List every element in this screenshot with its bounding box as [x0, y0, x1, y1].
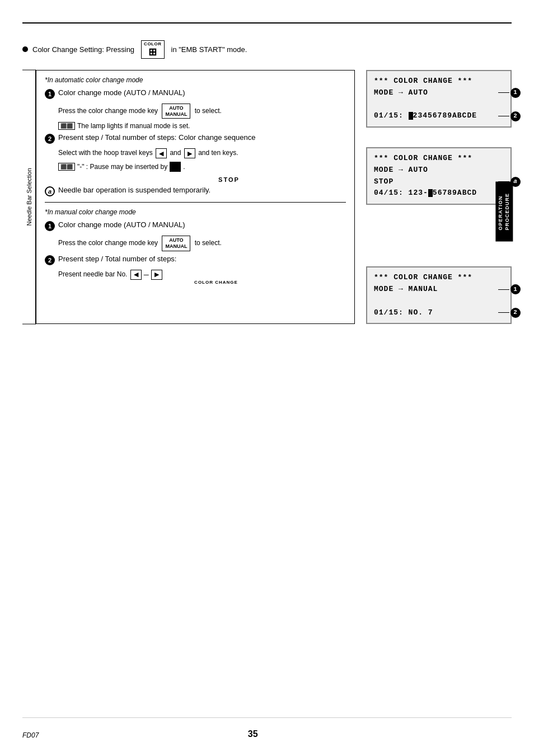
manual-step-2-sub: Present needle bar No. ◀ — ▶ COLOR CHANG…: [58, 270, 346, 285]
cc-left-arrow: ◀: [130, 270, 142, 280]
step-a-circle: a: [45, 186, 55, 196]
auto-step-a: a Needle bar operation is suspended temp…: [45, 186, 346, 196]
stop-key-icon: [170, 162, 181, 172]
lcd1-line4: 01/15: 23456789ABCDE: [374, 110, 477, 122]
callout-1-line: [498, 92, 509, 93]
lcd-screen-auto1: *** COLOR CHANGE *** MODE → AUTO 1 01/15…: [366, 70, 512, 128]
auto-step-a-text: Needle bar operation is suspended tempor…: [58, 186, 210, 194]
page-container: Color Change Setting: Pressing COLOR ⊞ i…: [0, 0, 534, 756]
auto-note-1: ⬛⬛ The lamp lights if manual mode is set…: [58, 122, 346, 130]
cursor-2: [428, 189, 433, 197]
lcd1-line1: *** COLOR CHANGE ***: [374, 76, 504, 87]
note-icon-2: ⬛⬛: [58, 163, 75, 171]
callout-2-group: 2: [498, 111, 521, 121]
lcd3-line3: [374, 295, 504, 307]
stop-label-center: STOP: [112, 175, 346, 184]
note-icon-1: ⬛⬛: [58, 122, 75, 130]
step-1-circle: 1: [45, 89, 55, 99]
manual-step-1: 1 Color change mode (AUTO / MANUAL): [45, 220, 346, 231]
lcd2-line1: *** COLOR CHANGE ***: [374, 153, 504, 165]
callout-2-badge: 2: [510, 111, 521, 121]
auto-mode-title: *In automatic color change mode: [45, 76, 346, 84]
step-2-circle: 2: [45, 134, 55, 144]
top-bar: [22, 22, 512, 24]
section-divider: [45, 202, 346, 203]
header-section: Color Change Setting: Pressing COLOR ⊞ i…: [22, 35, 512, 59]
auto-step-1-text: Color change mode (AUTO / MANUAL): [58, 88, 185, 97]
lcd1-line4-row: 01/15: 23456789ABCDE 2: [374, 110, 504, 122]
callout-m1-group: 1: [498, 284, 521, 294]
lcd-screen-manual1: *** COLOR CHANGE *** MODE → MANUAL 1 01/…: [366, 266, 512, 324]
lcd-screen-auto2: *** COLOR CHANGE *** MODE → AUTO STOP a …: [366, 147, 512, 205]
color-change-arrows: ◀ — ▶: [129, 270, 163, 280]
lcd-wrapper-3: *** COLOR CHANGE *** MODE → MANUAL 1 01/…: [366, 266, 512, 324]
color-key-badge: COLOR ⊞: [141, 40, 164, 59]
auto-manual-key-2: AUTO MANUAL: [162, 236, 190, 251]
header-text: Color Change Setting: Pressing: [32, 45, 134, 54]
lcd3-line2-row: MODE → MANUAL 1: [374, 284, 504, 295]
manual-step-1-sub: Press the color change mode key AUTO MAN…: [58, 236, 346, 251]
auto-step-2: 2 Present step / Total number of steps: …: [45, 133, 346, 144]
manual-step-2: 2 Present step / Total number of steps:: [45, 255, 346, 265]
cc-right-arrow: ▶: [151, 270, 162, 280]
auto-step-2-text: Present step / Total number of steps: Co…: [58, 133, 255, 142]
left-arrow-key: ◀: [156, 148, 167, 158]
lcd2-line4: 04/15: 123-56789ABCD: [374, 187, 504, 199]
lcd2-line2: MODE → AUTO: [374, 165, 504, 176]
lcd3-line4: 01/15: NO. 7: [374, 307, 433, 319]
lcd2-line3: STOP: [374, 176, 394, 188]
auto-step-1-sub: Press the color change mode key AUTO MAN…: [58, 104, 346, 119]
footer-page: 35: [248, 729, 258, 739]
lcd3-line4-row: 01/15: NO. 7 2: [374, 307, 504, 319]
spacer: [366, 213, 512, 258]
manual-mode-title: *In manual color change mode: [45, 208, 346, 216]
callout-2-line: [498, 116, 509, 116]
callout-m2-line: [498, 312, 509, 313]
lcd1-line2: MODE → AUTO: [374, 87, 428, 99]
color-key: COLOR ⊞: [138, 40, 167, 59]
callout-m1-line: [498, 289, 509, 290]
callout-1-group: 1: [498, 88, 521, 98]
auto-manual-key-1: AUTO MANUAL: [162, 104, 190, 119]
header-suffix: in "EMB START" mode.: [171, 45, 247, 54]
cursor-1: [409, 112, 413, 120]
auto-note-2: ⬛⬛ "-" : Pause may be inserted by .: [58, 162, 346, 172]
callout-1-badge: 1: [510, 88, 521, 98]
auto-step-1: 1 Color change mode (AUTO / MANUAL): [45, 88, 346, 99]
lcd1-line3: [374, 98, 504, 110]
needle-bar-label: Needle Bar Selection: [22, 70, 36, 325]
bullet-dot: [22, 46, 28, 52]
right-arrow-key: ▶: [184, 148, 195, 158]
left-panel: Needle Bar Selection *In automatic color…: [22, 70, 355, 325]
lcd-wrapper-2: *** COLOR CHANGE *** MODE → AUTO STOP a …: [366, 147, 512, 205]
lcd2-line3-row: STOP a: [374, 176, 504, 188]
callout-m2-badge: 2: [510, 308, 521, 318]
right-panel: *** COLOR CHANGE *** MODE → AUTO 1 01/15…: [355, 70, 512, 325]
instructions-box: *In automatic color change mode 1 Color …: [36, 70, 355, 325]
callout-m2-group: 2: [498, 308, 521, 318]
lcd3-line2: MODE → MANUAL: [374, 284, 438, 295]
lcd3-line1: *** COLOR CHANGE ***: [374, 272, 504, 284]
operation-procedure-tab: OPERATION PROCEDURE: [495, 182, 513, 242]
lcd1-line2-row: MODE → AUTO 1: [374, 87, 504, 99]
manual-step-2-circle: 2: [45, 255, 55, 265]
manual-step-2-text: Present step / Total number of steps:: [58, 255, 177, 263]
color-change-label: COLOR CHANGE: [86, 280, 346, 285]
callout-m1-badge: 1: [510, 284, 521, 294]
lcd-wrapper-1: *** COLOR CHANGE *** MODE → AUTO 1 01/15…: [366, 70, 512, 128]
manual-step-1-circle: 1: [45, 221, 55, 231]
main-content: Needle Bar Selection *In automatic color…: [22, 70, 512, 325]
manual-step-1-text: Color change mode (AUTO / MANUAL): [58, 220, 185, 229]
auto-step-2-sub: Select with the hoop travel keys ◀ and ▶…: [58, 148, 346, 158]
footer-code: FD07: [22, 731, 39, 739]
footer: FD07 35: [22, 717, 512, 739]
